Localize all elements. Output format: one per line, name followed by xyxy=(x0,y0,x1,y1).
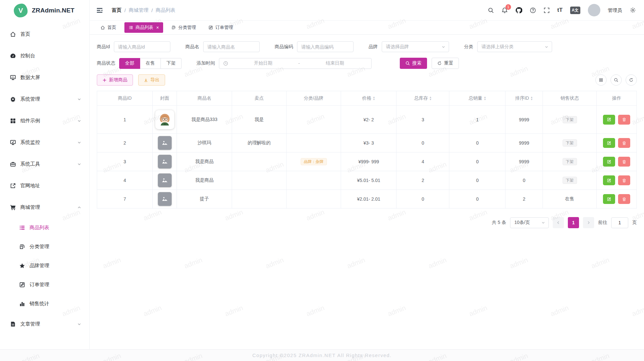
next-page-button[interactable] xyxy=(583,217,594,228)
delete-button[interactable] xyxy=(618,138,630,148)
gear-icon xyxy=(10,96,16,102)
fullscreen-icon[interactable] xyxy=(544,7,550,13)
status-radio-off-shelf[interactable]: 下架 xyxy=(161,58,182,69)
sidebar-item-official-site[interactable]: 官网地址 xyxy=(0,175,89,196)
tab-category-mgmt[interactable]: 分类管理 xyxy=(167,22,200,33)
brand-select[interactable]: 请选择品牌 xyxy=(382,41,449,52)
table-toolbar: 新增商品 导出 xyxy=(97,74,637,86)
breadcrumb-shop[interactable]: 商城管理 xyxy=(129,7,148,13)
sidebar-item-product-list[interactable]: 商品列表 xyxy=(0,218,89,237)
sort-caret[interactable]: ▲▼ xyxy=(484,96,486,101)
sidebar-item-home[interactable]: 首页 xyxy=(0,23,89,45)
list-icon xyxy=(19,225,25,231)
sidebar-item-system-tools[interactable]: 系统工具 xyxy=(0,153,89,175)
sidebar-item-system-mgmt[interactable]: 系统管理 xyxy=(0,88,89,110)
logo[interactable]: V ZRAdmin.NET xyxy=(0,0,89,21)
edit-button[interactable] xyxy=(603,157,615,167)
toolbox-icon xyxy=(10,161,16,167)
category-select[interactable]: 请选择上级分类 xyxy=(477,41,552,52)
delete-button[interactable] xyxy=(618,175,630,185)
username[interactable]: 管理员 xyxy=(608,7,622,13)
status-radio-all[interactable]: 全部 xyxy=(119,58,140,69)
edit-button[interactable] xyxy=(603,194,615,204)
product-name-input[interactable] xyxy=(203,41,260,52)
sidebar-collapse-icon[interactable] xyxy=(96,7,103,14)
reset-button[interactable]: 重置 xyxy=(432,58,459,69)
sort-caret[interactable]: ▲▼ xyxy=(373,96,375,101)
sidebar-item-order-mgmt[interactable]: 订单管理 xyxy=(0,275,89,294)
product-id-input[interactable] xyxy=(114,41,170,52)
filter-product-id: 商品Id xyxy=(97,41,170,52)
image-placeholder-icon xyxy=(158,136,172,150)
breadcrumb-home[interactable]: 首页 xyxy=(112,7,121,13)
filter-brand: 品牌 请选择品牌 xyxy=(369,41,449,52)
translate-icon[interactable]: A文 xyxy=(570,7,580,14)
search-toggle-icon[interactable] xyxy=(611,74,622,86)
goto-page-input[interactable] xyxy=(611,217,628,228)
columns-setting-icon[interactable] xyxy=(595,74,607,86)
order-edit-icon xyxy=(19,282,25,288)
refresh-table-icon[interactable] xyxy=(626,74,637,86)
refresh-icon xyxy=(437,61,442,66)
product-code-input[interactable] xyxy=(297,41,354,52)
github-icon[interactable] xyxy=(515,7,522,14)
main-area: 首页 / 商城管理 / 商品列表 1 xyxy=(90,0,644,349)
table-row: 1 我是商品333 我是 ¥2- 2 3 1 9999 下架 xyxy=(97,106,637,134)
delete-button[interactable] xyxy=(618,115,630,125)
sidebar-item-sales-stats[interactable]: 销售统计 xyxy=(0,294,89,313)
prev-page-button[interactable] xyxy=(553,217,564,228)
tab-product-list[interactable]: 商品列表 × xyxy=(124,22,163,33)
settings-gear-icon[interactable] xyxy=(630,7,636,13)
screen-icon xyxy=(10,74,16,81)
avatar[interactable] xyxy=(588,4,600,16)
search-button[interactable]: 搜索 xyxy=(400,58,427,69)
brand-tag: 品牌：杂牌 xyxy=(301,158,327,165)
edit-button[interactable] xyxy=(603,175,615,185)
edit-button[interactable] xyxy=(603,115,615,125)
sidebar-item-shop-mgmt[interactable]: 商城管理 xyxy=(0,196,89,218)
delete-button[interactable] xyxy=(618,157,630,167)
col-price[interactable]: 价格▲▼ xyxy=(341,91,397,106)
col-sort-id[interactable]: 排序ID▲▼ xyxy=(505,91,543,106)
col-stock[interactable]: 总库存▲▼ xyxy=(397,91,449,106)
sidebar-item-data-screen[interactable]: 数据大屏 xyxy=(0,67,89,88)
status-radio-on-sale[interactable]: 在售 xyxy=(140,58,161,69)
navbar-actions: 1 tT A文 管理员 xyxy=(488,4,636,16)
sort-caret[interactable]: ▲▼ xyxy=(530,96,533,101)
tab-order-mgmt[interactable]: 订单管理 xyxy=(204,22,237,33)
edit-icon xyxy=(607,160,611,164)
add-product-button[interactable]: 新增商品 xyxy=(97,74,133,86)
edit-icon xyxy=(607,141,611,145)
help-icon[interactable] xyxy=(530,7,536,13)
sidebar-item-components[interactable]: 组件示例 xyxy=(0,110,89,131)
chevron-down-icon xyxy=(77,119,81,123)
document-icon xyxy=(10,321,16,327)
status-badge: 下架 xyxy=(563,177,577,184)
delete-button[interactable] xyxy=(618,194,630,204)
search-icon[interactable] xyxy=(488,7,494,13)
image-placeholder-icon xyxy=(158,155,172,169)
font-size-icon[interactable]: tT xyxy=(557,7,563,13)
col-sales[interactable]: 总销量▲▼ xyxy=(449,91,505,106)
tab-home[interactable]: 首页 xyxy=(96,22,120,33)
date-range-picker[interactable]: 开始日期 - 结束日期 xyxy=(219,58,372,69)
sidebar-item-system-monitor[interactable]: 系统监控 xyxy=(0,131,89,153)
notification-bell-icon[interactable]: 1 xyxy=(502,7,508,13)
chevron-down-icon xyxy=(545,45,548,49)
sidebar-item-brand-mgmt[interactable]: 品牌管理 xyxy=(0,256,89,275)
sidebar-item-console[interactable]: 控制台 xyxy=(0,45,89,67)
chevron-down-icon xyxy=(541,221,545,225)
sidebar-item-article-mgmt[interactable]: 文章管理 xyxy=(0,313,89,335)
product-cover-image[interactable] xyxy=(155,110,174,129)
edit-button[interactable] xyxy=(603,138,615,148)
plus-icon xyxy=(102,78,107,82)
filter-product-code: 商品编码 xyxy=(275,41,354,52)
current-page-button[interactable]: 1 xyxy=(568,217,579,228)
export-button[interactable]: 导出 xyxy=(138,74,165,86)
status-badge: 下架 xyxy=(563,139,577,147)
page-size-select[interactable]: 10条/页 xyxy=(510,217,549,228)
tab-close-icon[interactable]: × xyxy=(156,25,159,30)
table-header-row: 商品ID 封面 商品名 卖点 分类/品牌 价格▲▼ 总库存▲▼ 总销量▲▼ 排序… xyxy=(97,91,637,106)
sidebar-item-category-mgmt[interactable]: 分类管理 xyxy=(0,237,89,256)
sort-caret[interactable]: ▲▼ xyxy=(429,96,432,101)
